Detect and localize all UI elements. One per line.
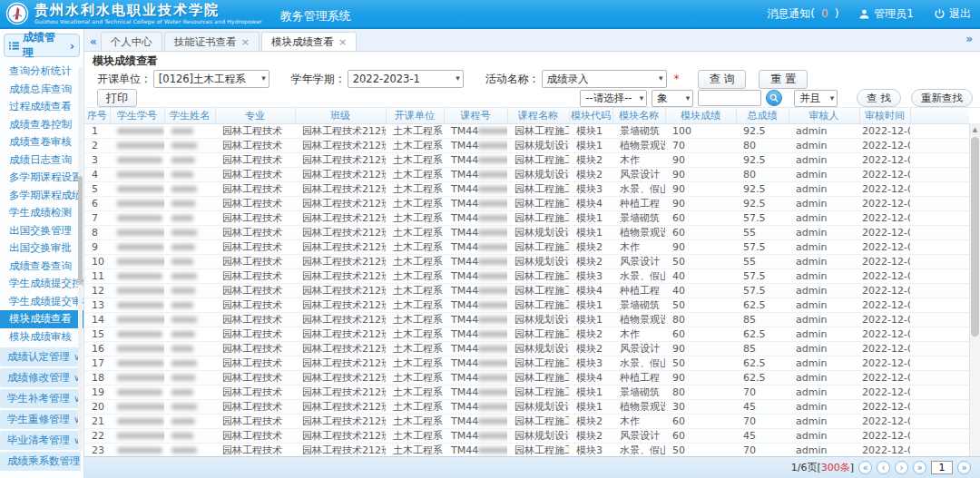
table-row[interactable]: 13园林工程技术园林工程技术212班土木工程系TM44园林工程施工模块1景墙砌筑… (84, 298, 969, 312)
user-menu[interactable]: 管理员1 (858, 6, 914, 22)
search-magnifier-button[interactable] (766, 90, 782, 106)
table-row[interactable]: 17园林工程技术园林工程技术212班土木工程系TM44园林工程施工模块3水景、假… (84, 356, 969, 370)
sidebar-scrollbar[interactable] (78, 67, 83, 451)
sidebar-item[interactable]: 模块成绩查看 (0, 310, 83, 328)
go-page-button[interactable]: » (957, 461, 971, 474)
last-page-button[interactable]: » (913, 461, 926, 474)
table-row[interactable]: 3园林工程技术园林工程技术212班土木工程系TM44园林工程施工模块2木作909… (84, 152, 969, 167)
sidebar-item[interactable]: 成绩查卷审核 (0, 133, 83, 151)
sidebar-item[interactable]: 过程成绩查看 (0, 98, 83, 116)
sidebar-item[interactable]: 查询分析统计 (0, 63, 83, 81)
table-row[interactable]: 1园林工程技术园林工程技术212班土木工程系TM44园林工程施工模块1景墙砌筑1… (84, 123, 969, 138)
sidebar-item[interactable]: 多学期课程成绩 (0, 187, 83, 205)
sidebar-module-header[interactable]: 成绩管理 › (4, 34, 80, 57)
tabs-more-icon[interactable]: » (962, 33, 976, 48)
table-row[interactable]: 5园林工程技术园林工程技术212班土木工程系TM44园林工程施工模块3水景、假山… (84, 181, 969, 196)
table-row[interactable]: 23园林工程技术园林工程技术212班土木工程系TM44园林工程施工模块3水景、假… (84, 443, 969, 456)
next-page-button[interactable]: › (895, 461, 908, 474)
close-icon[interactable]: × (241, 36, 250, 48)
sidebar-group[interactable]: 成绩认定管理∨ (0, 347, 81, 366)
page-number-input[interactable] (931, 461, 953, 474)
sidebar-item[interactable]: 模块成绩审核 (0, 328, 83, 346)
column-header[interactable]: 模块成绩 (665, 108, 736, 123)
column-header[interactable]: 序号 (84, 108, 110, 123)
sidebar-item[interactable]: 出国交换审批 (0, 239, 83, 258)
column-header[interactable]: 开课单位 (386, 108, 444, 123)
cell-row-number: 18 (84, 370, 110, 385)
cell-module-score: 90 (665, 181, 736, 196)
column-header[interactable]: 模块代码 (569, 108, 612, 123)
sidebar-item[interactable]: 成绩查卷查询 (0, 258, 83, 276)
sidebar-item[interactable]: 多学期课程设置 (0, 169, 83, 187)
course-unit-select[interactable]: [0126]土木工程系 ▾ (153, 70, 270, 88)
tab-item[interactable]: 个人中心 (101, 32, 162, 51)
table-scrollbar-thumb[interactable] (971, 137, 979, 337)
sidebar-item[interactable]: 成绩查卷控制 (0, 116, 83, 134)
table-row[interactable]: 18园林工程技术园林工程技术212班土木工程系TM44园林工程施工模块4种植工程… (84, 370, 969, 385)
notifications-link[interactable]: 消息通知(0) (767, 6, 838, 22)
refind-button[interactable]: 重新查找 (911, 89, 973, 107)
logout-button[interactable]: 退出 (934, 6, 971, 22)
sidebar-group[interactable]: 成绩修改管理∨ (0, 368, 81, 387)
column-header[interactable]: 审核人 (789, 108, 859, 123)
sidebar-item[interactable]: 学生成绩提交控制 (0, 275, 83, 293)
find-button[interactable]: 查 找 (857, 89, 901, 107)
search-field-select[interactable]: --请选择-- ▾ (580, 90, 647, 107)
scroll-up-icon[interactable]: ▲ (970, 123, 980, 135)
first-page-button[interactable]: « (858, 461, 872, 474)
activity-select[interactable]: 成绩录入 ▾ (542, 70, 667, 88)
column-header[interactable]: 审核时间 (859, 108, 910, 123)
table-row[interactable]: 9园林工程技术园林工程技术212班土木工程系TM44园林工程施工模块2木作905… (84, 239, 969, 254)
sidebar-item[interactable]: 成绩总库查询 (0, 81, 83, 99)
table-row[interactable]: 8园林工程技术园林工程技术212班土木工程系TM44园林规划设计模块1植物景观设… (84, 225, 969, 239)
table-row[interactable]: 12园林工程技术园林工程技术212班土木工程系TM44园林工程施工模块4种植工程… (84, 283, 969, 298)
sidebar-group[interactable]: 学生补考管理∨ (0, 389, 81, 408)
close-icon[interactable]: × (338, 36, 347, 48)
tab-item[interactable]: 技能证书查看× (164, 32, 260, 51)
table-row[interactable]: 21园林工程技术园林工程技术212班土木工程系TM44园林工程施工模块2木作60… (84, 414, 969, 428)
column-header[interactable]: 专业 (215, 108, 295, 123)
table-scrollbar[interactable]: ▲ (969, 123, 980, 456)
table-row[interactable]: 11园林工程技术园林工程技术212班土木工程系TM44园林工程施工模块3水景、假… (84, 268, 969, 283)
column-header[interactable]: 课程号 (444, 108, 507, 123)
tabs-collapse-icon[interactable]: « (86, 35, 101, 51)
reset-button[interactable]: 重 置 (759, 70, 808, 89)
table-row[interactable]: 15园林工程技术园林工程技术212班土木工程系TM44园林工程施工模块2木作60… (84, 327, 969, 341)
table-row[interactable]: 4园林工程技术园林工程技术212班土木工程系TM44园林规划设计模块2风景设计9… (84, 167, 969, 181)
column-header[interactable]: 模块名称 (612, 108, 665, 123)
column-header[interactable]: 课程名称 (507, 108, 569, 123)
column-header[interactable]: 学生学号 (110, 108, 164, 123)
table-row[interactable]: 2园林工程技术园林工程技术212班土木工程系TM44园林规划设计模块1植物景观设… (84, 138, 969, 152)
table-row[interactable]: 22园林工程技术园林工程技术212班土木工程系TM44园林规划设计模块2风景设计… (84, 428, 969, 443)
print-button[interactable]: 打印 (97, 89, 137, 107)
column-header[interactable]: 总成绩 (736, 108, 789, 123)
table-row[interactable]: 10园林工程技术园林工程技术212班土木工程系TM44园林规划设计模块2风景设计… (84, 254, 969, 268)
sidebar-group[interactable]: 学生重修管理∨ (0, 410, 81, 429)
cell-course-name: 园林工程施工 (507, 298, 569, 312)
sidebar-group[interactable]: 毕业清考管理∨ (0, 431, 81, 450)
sidebar-item[interactable]: 学生成绩检测 (0, 204, 83, 222)
column-header[interactable]: 学生姓名 (164, 108, 215, 123)
search-operator-select[interactable]: 象 ▾ (652, 90, 693, 107)
column-header[interactable]: 班级 (295, 108, 386, 123)
table-row[interactable]: 6园林工程技术园林工程技术212班土木工程系TM44园林工程施工模块4种植工程9… (84, 196, 969, 210)
search-input[interactable] (698, 90, 761, 106)
query-button[interactable]: 查 询 (698, 70, 747, 89)
search-join-select[interactable]: 并且 ▾ (794, 90, 838, 107)
sidebar-scrollbar-thumb[interactable] (78, 176, 83, 285)
prev-page-button[interactable]: ‹ (877, 461, 890, 474)
table-row[interactable]: 20园林工程技术园林工程技术212班土木工程系TM44园林规划设计模块1植物景观… (84, 399, 969, 414)
table-row[interactable]: 7园林工程技术园林工程技术212班土木工程系TM44园林工程施工模块1景墙砌筑6… (84, 210, 969, 225)
table-row[interactable]: 16园林工程技术园林工程技术212班土木工程系TM44园林规划设计模块2风景设计… (84, 341, 969, 356)
sidebar-group[interactable]: 成绩乘系数管理∨ (0, 452, 81, 471)
cell-major: 园林工程技术 (215, 268, 295, 283)
table-row[interactable]: 14园林工程技术园林工程技术212班土木工程系TM44园林规划设计模块1植物景观… (84, 312, 969, 327)
tab-active[interactable]: 模块成绩查看× (261, 32, 357, 51)
cell-course-no: TM44 (444, 181, 507, 196)
term-select[interactable]: 2022-2023-1 ▾ (348, 70, 464, 88)
sidebar-item[interactable]: 出国交换管理 (0, 222, 83, 240)
sidebar-item[interactable]: 学生成绩提交审核 (0, 293, 83, 311)
table-row[interactable]: 19园林工程技术园林工程技术212班土木工程系TM44园林工程施工模块1景墙砌筑… (84, 385, 969, 399)
sidebar-item[interactable]: 成绩日志查询 (0, 151, 83, 170)
cell-module-score: 90 (665, 152, 736, 167)
